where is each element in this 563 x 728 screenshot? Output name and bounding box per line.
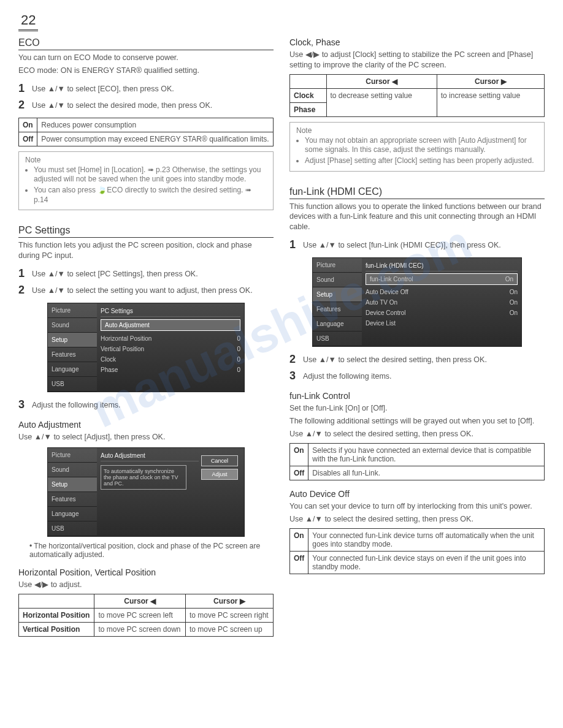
pc-settings-screenshot: Picture Sound Setup Features Language US… <box>47 303 245 392</box>
auto-device-off-intro: You can set your device to turn off by i… <box>289 501 545 512</box>
ss-title: Auto Adjustment <box>101 450 199 461</box>
ss-sidebar-item: Sound <box>313 273 362 287</box>
table-row-label: Horizontal Position <box>19 608 94 622</box>
ss-label: Horizontal Position <box>101 335 151 342</box>
funlink-control-l2: The following additional settings will b… <box>289 416 545 427</box>
table-cell: to increase setting value <box>437 88 544 116</box>
table-row-label: On <box>290 443 308 466</box>
left-column: ECO You can turn on ECO Mode to conserve… <box>18 37 274 642</box>
table-cell: Reduces power consumption <box>37 118 274 132</box>
ss-adjust-button: Adjust <box>201 469 238 480</box>
ss-value: 0 <box>237 335 240 342</box>
table-cell: to move PC screen left <box>94 608 185 622</box>
pc-settings-intro: This function lets you adjust the PC scr… <box>18 240 274 261</box>
pc-step-2: Use ▲/▼ to select the setting you want t… <box>32 284 253 297</box>
clock-phase-table: Cursor ◀ Cursor ▶ Clock to decrease sett… <box>289 74 545 117</box>
table-header: Cursor ◀ <box>326 74 437 88</box>
funlink-step-3: Adjust the following items. <box>303 370 392 382</box>
step-number: 2 <box>289 353 303 366</box>
eco-table: On Reduces power consumption Off Power c… <box>18 118 274 146</box>
ss-label: Vertical Position <box>101 346 144 352</box>
step-number: 1 <box>18 267 32 280</box>
ss-sidebar-item: Picture <box>48 303 97 318</box>
table-row-label: On <box>19 118 37 132</box>
eco-note-box: Note You must set [Home] in [Location]. … <box>18 151 274 210</box>
table-row-label: Vertical Position <box>19 622 94 636</box>
table-header: Cursor ▶ <box>437 74 544 88</box>
funlink-control-table: On Selects if you have connected an exte… <box>289 443 545 480</box>
table-row-label: Phase <box>290 102 327 116</box>
auto-adjustment-heading: Auto Adjustment <box>18 420 274 430</box>
ss-title: fun-Link (HDMI CEC) <box>366 260 518 271</box>
auto-adjustment-intro: Use ▲/▼ to select [Adjust], then press O… <box>18 432 274 442</box>
note-title: Note <box>296 126 538 135</box>
ss-sidebar-item: Features <box>48 492 97 507</box>
position-intro: Use ◀/▶ to adjust. <box>18 580 274 590</box>
eco-step-1: Use ▲/▼ to select [ECO], then press OK. <box>32 82 174 95</box>
step-number: 1 <box>289 238 303 251</box>
table-row-label: Off <box>290 466 308 480</box>
table-cell: Selects if you have connected an externa… <box>308 443 545 466</box>
ss-sidebar-item: Setup <box>48 333 97 347</box>
ss-label: Auto Device Off <box>366 289 408 295</box>
eco-intro-2: ECO mode: ON is ENERGY STAR® qualified s… <box>18 66 274 76</box>
ss-label: fun-Link Control <box>370 276 413 282</box>
ss-sidebar-item: USB <box>313 332 362 346</box>
auto-device-off-table: On Your connected fun-Link device turns … <box>289 528 545 574</box>
ss-sidebar-item: USB <box>48 521 97 536</box>
ss-label: Auto TV On <box>366 299 397 306</box>
ss-value: 0 <box>237 356 240 363</box>
table-row-label: Off <box>290 551 308 574</box>
funlink-control-l3: Use ▲/▼ to select the desired setting, t… <box>289 429 545 439</box>
ss-highlight: Auto Adjustment <box>101 319 240 331</box>
table-row-label: On <box>290 528 308 551</box>
note-item: You can also press 🍃ECO directly to swit… <box>34 186 267 205</box>
note-item: You must set [Home] in [Location]. ➠ p.2… <box>34 165 267 184</box>
funlink-step-2: Use ▲/▼ to select the desired setting, t… <box>303 353 487 366</box>
step-number: 3 <box>18 398 32 411</box>
ss-value: 0 <box>237 346 240 352</box>
auto-device-off-l2: Use ▲/▼ to select the desired setting, t… <box>289 514 545 525</box>
ss-sidebar-item: Setup <box>48 477 97 492</box>
table-cell: to decrease setting value <box>326 88 437 116</box>
ss-sidebar-item: Features <box>313 302 362 317</box>
table-row-label: Clock <box>290 88 327 102</box>
ss-title: PC Settings <box>101 306 240 317</box>
page-number: 22 <box>18 12 38 31</box>
table-cell: Disables all fun-Link. <box>308 466 545 480</box>
step-number: 2 <box>18 99 32 112</box>
note-item: You may not obtain an appropriate screen… <box>305 136 538 155</box>
ss-cancel-button: Cancel <box>201 455 238 466</box>
ss-sidebar-item: Setup <box>313 287 362 302</box>
table-cell: to move PC screen right <box>185 608 273 622</box>
ss-sidebar-item: Features <box>48 347 97 362</box>
funlink-control-l1: Set the fun-Link [On] or [Off]. <box>289 403 545 414</box>
eco-step-2: Use ▲/▼ to select the desired mode, then… <box>32 99 212 112</box>
ss-label: Device List <box>366 320 396 327</box>
ss-sidebar-item: Language <box>48 362 97 377</box>
auto-adjustment-screenshot: Picture Sound Setup Features Language US… <box>47 447 245 537</box>
eco-intro-1: You can turn on ECO Mode to conserve pow… <box>18 53 274 63</box>
ss-label: Clock <box>101 356 116 363</box>
ss-label: Phase <box>101 366 118 373</box>
funlink-control-heading: fun-Link Control <box>289 391 545 401</box>
table-cell: to move PC screen up <box>185 622 273 636</box>
ss-value: On <box>510 289 518 295</box>
ss-label: Device Control <box>366 309 406 316</box>
position-heading: Horizontal Position, Vertical Position <box>18 567 274 577</box>
funlink-screenshot: Picture Sound Setup Features Language US… <box>312 257 522 347</box>
ss-sidebar-item: Language <box>313 317 362 332</box>
ss-sidebar-item: Language <box>48 507 97 521</box>
funlink-intro: This function allows you to operate the … <box>289 202 545 233</box>
table-cell: Your connected fun-Link device turns off… <box>308 528 545 551</box>
step-number: 3 <box>289 370 303 382</box>
pc-step-3: Adjust the following items. <box>32 398 121 411</box>
ss-sidebar-item: Sound <box>48 463 97 477</box>
auto-device-off-heading: Auto Device Off <box>289 489 545 499</box>
clock-phase-heading: Clock, Phase <box>289 37 545 47</box>
table-row-label: Off <box>19 132 37 146</box>
ss-sidebar-item: Picture <box>48 448 97 463</box>
ss-description: To automatically synchronize the phase a… <box>101 465 186 490</box>
ss-sidebar-item: Picture <box>313 258 362 273</box>
eco-heading: ECO <box>18 37 274 50</box>
